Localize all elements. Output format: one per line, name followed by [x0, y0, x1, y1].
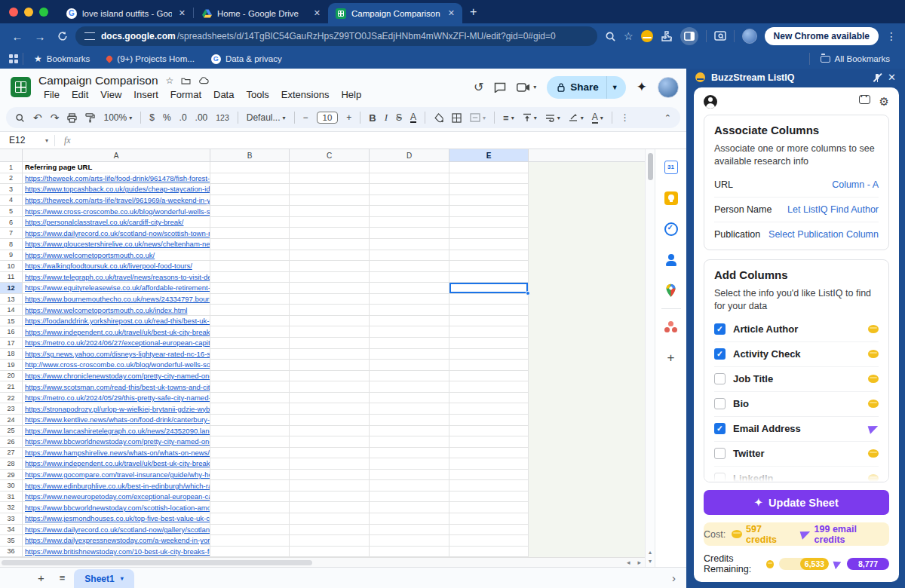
strikethrough-button[interactable]: S	[396, 112, 402, 123]
cell-D28[interactable]	[370, 458, 449, 470]
referring-url-link[interactable]: https://www.scotsman.com/read-this/best-…	[25, 383, 210, 391]
publication-column-link[interactable]: Select Publication Column	[768, 229, 879, 240]
cell-E30[interactable]	[449, 480, 529, 492]
cell-B13[interactable]	[210, 294, 290, 305]
referring-url-link[interactable]: https://www.hampshirelive.news/whats-on/…	[25, 449, 210, 457]
menu-help[interactable]: Help	[336, 89, 367, 100]
cell-E36[interactable]	[449, 547, 529, 558]
cell-E27[interactable]	[449, 448, 529, 459]
row-header-30[interactable]: 30	[0, 480, 23, 492]
cell-C5[interactable]	[290, 206, 370, 217]
expand-panel-icon[interactable]: ›	[672, 571, 686, 584]
referring-url-link[interactable]: https://www.dailyexpressnewstoday.com/a-…	[25, 536, 210, 544]
row-header-2[interactable]: 2	[0, 173, 23, 185]
cell-D24[interactable]	[370, 415, 449, 426]
vertical-scroll-thumb[interactable]	[648, 153, 653, 180]
cell-A15[interactable]: https://foodanddrink.yorkshirepost.co.uk…	[23, 316, 210, 327]
add-sheet-icon[interactable]: +	[32, 571, 51, 584]
row-header-29[interactable]: 29	[0, 470, 23, 481]
keep-icon[interactable]	[664, 191, 678, 205]
cell-B27[interactable]	[210, 448, 290, 459]
cell-E24[interactable]	[449, 415, 529, 426]
cell-C31[interactable]	[290, 492, 370, 503]
menu-insert[interactable]: Insert	[128, 89, 164, 100]
cell-A23[interactable]: https://stronapodrozy.pl/urlop-w-wielkie…	[23, 403, 210, 415]
cell-C13[interactable]	[290, 294, 370, 305]
referring-url-link[interactable]: https://foodanddrink.yorkshirepost.co.uk…	[25, 317, 210, 325]
cell-B35[interactable]	[210, 535, 290, 547]
row-header-35[interactable]: 35	[0, 535, 23, 547]
cell-A21[interactable]: https://www.scotsman.com/read-this/best-…	[23, 381, 210, 393]
decrease-decimals-button[interactable]: .0	[179, 112, 187, 123]
cell-E8[interactable]	[449, 239, 529, 250]
close-window-button[interactable]	[9, 8, 18, 17]
cell-E22[interactable]	[449, 393, 529, 404]
cell-B33[interactable]	[210, 513, 290, 525]
cell-D15[interactable]	[370, 316, 449, 327]
cell-C6[interactable]	[290, 217, 370, 228]
collapse-toolbar-icon[interactable]: ⌃	[664, 113, 671, 123]
cell-D26[interactable]	[370, 436, 449, 448]
row-header-32[interactable]: 32	[0, 502, 23, 513]
row-header-15[interactable]: 15	[0, 316, 23, 327]
cell-D11[interactable]	[370, 272, 449, 283]
cell-A12[interactable]: https://www.equityreleasewise.co.uk/affo…	[23, 283, 210, 294]
cell-C19[interactable]	[290, 360, 370, 371]
tab-google-drive[interactable]: Home - Google Drive ✕	[194, 3, 328, 23]
cell-E14[interactable]	[449, 305, 529, 316]
italic-button[interactable]: I	[385, 112, 388, 124]
cell-E29[interactable]	[449, 470, 529, 481]
cell-C15[interactable]	[290, 316, 370, 327]
all-sheets-icon[interactable]: ≡	[54, 572, 72, 583]
cell-B1[interactable]	[210, 162, 290, 173]
cell-D2[interactable]	[370, 173, 449, 185]
cell-D6[interactable]	[370, 217, 449, 228]
more-text-options-icon[interactable]: A ▾	[592, 112, 603, 124]
cell-D33[interactable]	[370, 513, 449, 525]
cell-E19[interactable]	[449, 360, 529, 371]
cell-C33[interactable]	[290, 513, 370, 525]
cell-B7[interactable]	[210, 228, 290, 239]
cell-B19[interactable]	[210, 360, 290, 371]
referring-url-link[interactable]: https://www.dailyrecord.co.uk/scotland-n…	[25, 229, 210, 237]
referring-url-link[interactable]: https://www.kentlive.news/whats-on/food-…	[25, 415, 210, 424]
share-dropdown-arrow[interactable]: ▼	[606, 76, 626, 99]
profile-avatar[interactable]	[742, 29, 757, 44]
row-header-7[interactable]: 7	[0, 228, 23, 239]
cell-E4[interactable]	[449, 195, 529, 207]
row-header-31[interactable]: 31	[0, 492, 23, 503]
calendar-icon[interactable]: 31	[664, 160, 678, 174]
cell-D32[interactable]	[370, 502, 449, 513]
cell-C22[interactable]	[290, 393, 370, 404]
cell-D18[interactable]	[370, 349, 449, 360]
horizontal-scrollbar[interactable]: ◂ ▸	[0, 557, 645, 567]
update-sheet-button[interactable]: ✦ Update Sheet	[704, 490, 889, 515]
cell-A27[interactable]: https://www.hampshirelive.news/whats-on/…	[23, 448, 210, 459]
cell-B31[interactable]	[210, 492, 290, 503]
cell-B2[interactable]	[210, 173, 290, 185]
cell-C35[interactable]	[290, 535, 370, 547]
cell-A4[interactable]: https://theweek.com/arts-life/travel/961…	[23, 195, 210, 207]
row-header-12[interactable]: 12	[0, 283, 23, 294]
cell-C18[interactable]	[290, 349, 370, 360]
cell-D3[interactable]	[370, 184, 449, 195]
cell-E13[interactable]	[449, 294, 529, 305]
cell-D27[interactable]	[370, 448, 449, 459]
cell-E6[interactable]	[449, 217, 529, 228]
tasks-icon[interactable]	[664, 222, 678, 236]
row-header-19[interactable]: 19	[0, 360, 23, 371]
cell-A17[interactable]: https://metro.co.uk/2024/06/27/exception…	[23, 338, 210, 349]
address-bar[interactable]: docs.google.com /spreadsheets/d/14TgBlC5…	[75, 26, 597, 46]
unpin-icon[interactable]	[873, 73, 882, 82]
document-title[interactable]: Campaign Comparison	[38, 74, 158, 87]
cell-A24[interactable]: https://www.kentlive.news/whats-on/food-…	[23, 415, 210, 426]
tab-close-icon[interactable]: ✕	[312, 8, 322, 18]
referring-url-link[interactable]: https://personalclasstravel.co.uk/cardif…	[25, 218, 184, 226]
gemini-sparkle-icon[interactable]: ✦	[637, 79, 647, 95]
extensions-puzzle-icon[interactable]	[661, 30, 673, 42]
chrome-menu-icon[interactable]: ⋮	[886, 30, 897, 42]
cell-E11[interactable]	[449, 272, 529, 283]
font-size-input[interactable]: 10	[317, 112, 339, 124]
undo-icon[interactable]: ↶	[33, 112, 42, 124]
cell-A14[interactable]: https://www.welcometoportsmouth.co.uk/in…	[23, 305, 210, 316]
